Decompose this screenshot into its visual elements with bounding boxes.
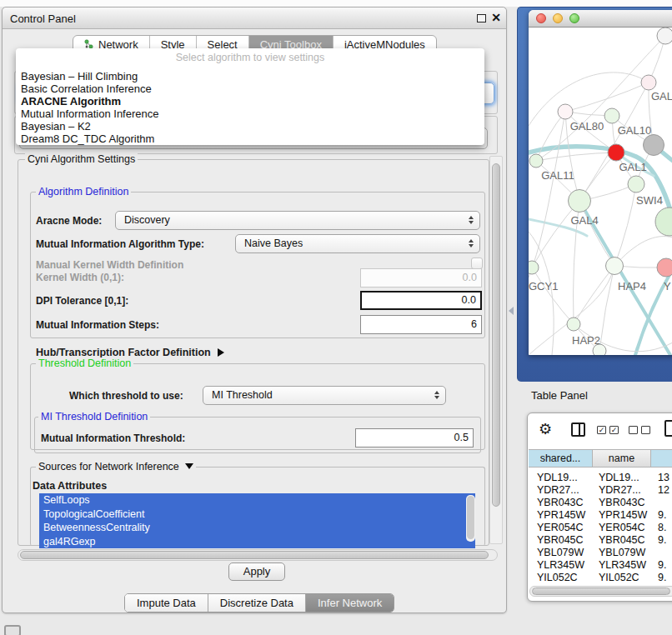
table-row[interactable]: YBR043CYBR043C xyxy=(529,497,672,509)
attribute-item[interactable]: BetweennessCentrality xyxy=(39,521,475,535)
close-traffic-light-icon[interactable] xyxy=(536,13,546,23)
network-node-n-gal11[interactable] xyxy=(529,154,543,168)
table-cell: YDL19... xyxy=(593,472,651,484)
network-node-n-swi4[interactable] xyxy=(655,208,672,236)
network-node-n-gray[interactable] xyxy=(644,135,664,156)
data-attributes-list[interactable]: SelfLoopsTopologicalCoefficientBetweenne… xyxy=(39,493,475,547)
network-node-n-salmon[interactable] xyxy=(657,258,672,277)
sources-group-title[interactable]: Sources for Network Inference xyxy=(36,461,196,472)
stepper-arrows-icon xyxy=(469,216,474,224)
column-header[interactable] xyxy=(651,450,672,467)
which-threshold-combobox[interactable]: MI Threshold xyxy=(203,386,446,405)
table-panel-title: Table Panel xyxy=(531,389,588,402)
network-node-n-gcy1[interactable] xyxy=(529,261,539,274)
hub-tf-label: Hub/Transcription Factor Definition xyxy=(36,347,211,358)
deselect-all-icon[interactable] xyxy=(641,426,650,434)
list-scrollbar-thumb[interactable] xyxy=(467,496,474,539)
table-cell: YDR27... xyxy=(593,484,651,497)
algorithm-option-list: Bayesian – Hill ClimbingBasic Correlatio… xyxy=(16,70,484,145)
attribute-item[interactable]: TopologicalCoefficient xyxy=(39,508,475,522)
table-row[interactable]: YER054CYER054C8. xyxy=(529,522,672,534)
table-row[interactable]: YLR345WYLR345W9. xyxy=(529,559,672,572)
table-cell: YBR043C xyxy=(529,497,593,509)
deselect-all-icon[interactable] xyxy=(629,426,638,434)
network-edge[interactable] xyxy=(529,232,554,355)
network-edge[interactable] xyxy=(532,201,579,268)
column-header[interactable]: shared... xyxy=(529,450,593,467)
network-node-n-hap4[interactable] xyxy=(606,258,624,275)
column-layout-icon[interactable] xyxy=(571,422,585,437)
settings-vertical-scrollbar[interactable] xyxy=(489,156,503,544)
table-row[interactable]: YDL19...YDL19...13 xyxy=(529,472,672,484)
minimize-traffic-light-icon[interactable] xyxy=(553,13,563,23)
control-panel-header: Control Panel ✕ xyxy=(3,8,506,29)
settings-horizontal-scrollbar[interactable] xyxy=(18,549,498,561)
network-canvas[interactable]: GALGAL80GAL10GAL1GAL11SWI4GAL4GCY1HAP4YH… xyxy=(529,28,672,355)
table-row[interactable]: YPR145WYPR145W9. xyxy=(529,509,672,522)
horizontal-scrollbar-thumb[interactable] xyxy=(20,551,489,559)
algorithm-option[interactable]: Mutual Information Inference xyxy=(16,108,484,120)
network-window-titlebar[interactable] xyxy=(529,10,672,28)
algorithm-dropdown-popup: Select algorithm to view settings Bayesi… xyxy=(16,48,484,145)
table-row[interactable]: YDR27...YDR27...12 xyxy=(529,484,672,497)
panel-corner-icon[interactable] xyxy=(4,625,21,635)
list-scrollbar[interactable] xyxy=(466,495,475,542)
network-node-n-red[interactable] xyxy=(608,144,624,161)
network-edge[interactable] xyxy=(532,268,574,324)
network-node-n-gal80[interactable] xyxy=(558,104,573,119)
network-graph[interactable]: GALGAL80GAL10GAL1GAL11SWI4GAL4GCY1HAP4YH… xyxy=(529,28,672,355)
close-icon[interactable]: ✕ xyxy=(491,11,501,24)
function-page-icon[interactable] xyxy=(664,420,672,437)
algorithm-option[interactable]: Dream8 DC_TDC Algorithm xyxy=(16,132,484,145)
network-node-n-galx[interactable] xyxy=(641,75,656,90)
table-row[interactable]: YBL079WYBL079W xyxy=(529,547,672,559)
apply-button[interactable]: Apply xyxy=(228,562,285,581)
aracne-mode-combobox[interactable]: Discovery xyxy=(115,211,480,230)
hub-tf-section-toggle[interactable]: Hub/Transcription Factor Definition xyxy=(36,347,224,358)
table-header-row: shared...name xyxy=(529,449,672,468)
mi-threshold-input[interactable]: 0.5 xyxy=(355,428,474,448)
table-horizontal-scrollbar[interactable] xyxy=(529,586,672,597)
network-node-n-gal4[interactable] xyxy=(569,190,591,212)
tab-impute-data[interactable]: Impute Data xyxy=(125,594,208,612)
algorithm-option[interactable]: Basic Correlation Inference xyxy=(16,82,484,95)
expand-arrow-icon xyxy=(218,348,224,357)
table-cell: YLR345W xyxy=(529,559,593,572)
select-all-icon[interactable]: ✓ xyxy=(597,426,606,434)
network-edge[interactable] xyxy=(536,152,616,161)
splitter-collapse-handle[interactable] xyxy=(509,307,514,315)
algorithm-option[interactable]: Bayesian – K2 xyxy=(16,120,484,132)
kernel-width-input[interactable]: 0.0 xyxy=(360,268,482,288)
table-scrollbar-thumb[interactable] xyxy=(532,588,670,595)
dpi-tolerance-input[interactable]: 0.0 xyxy=(360,291,482,310)
network-edge[interactable] xyxy=(614,184,636,266)
table-row[interactable]: YIL052CYIL052C9. xyxy=(529,572,672,584)
tab-discretize-data[interactable]: Discretize Data xyxy=(208,594,305,612)
network-node-n-gal10[interactable] xyxy=(604,108,619,123)
manual-kernel-checkbox[interactable] xyxy=(471,258,483,269)
node-label-gal4: GAL4 xyxy=(570,214,598,227)
float-window-icon[interactable] xyxy=(477,14,486,22)
dropdown-placeholder: Select algorithm to view settings xyxy=(16,48,484,70)
network-node-n-gal1[interactable] xyxy=(628,176,644,192)
network-node-n-hap2[interactable] xyxy=(567,318,580,331)
mi-algorithm-type-combobox[interactable]: Naive Bayes xyxy=(235,234,480,253)
mi-steps-input[interactable]: 6 xyxy=(360,315,482,334)
network-edge[interactable] xyxy=(565,82,649,112)
attribute-item[interactable]: gal4RGexp xyxy=(39,535,475,549)
network-edge[interactable] xyxy=(599,266,614,351)
tab-infer-network[interactable]: Infer Network xyxy=(305,594,394,612)
column-header[interactable]: name xyxy=(593,450,651,467)
table-cell: 13 xyxy=(651,472,672,484)
network-edge[interactable] xyxy=(529,112,565,278)
table-cell: YDL19... xyxy=(529,472,593,484)
vertical-scrollbar-thumb[interactable] xyxy=(492,163,500,507)
algorithm-option[interactable]: Bayesian – Hill Climbing xyxy=(16,70,484,82)
zoom-traffic-light-icon[interactable] xyxy=(569,13,579,23)
algorithm-option[interactable]: ARACNE Algorithm xyxy=(16,95,484,108)
select-all-icon[interactable]: ✓ xyxy=(609,426,619,434)
network-node-n-top[interactable] xyxy=(657,28,672,44)
table-row[interactable]: YBR045CYBR045C9. xyxy=(529,534,672,547)
settings-gear-icon[interactable]: ⚙ xyxy=(539,420,552,438)
attribute-item[interactable]: SelfLoops xyxy=(39,493,475,508)
